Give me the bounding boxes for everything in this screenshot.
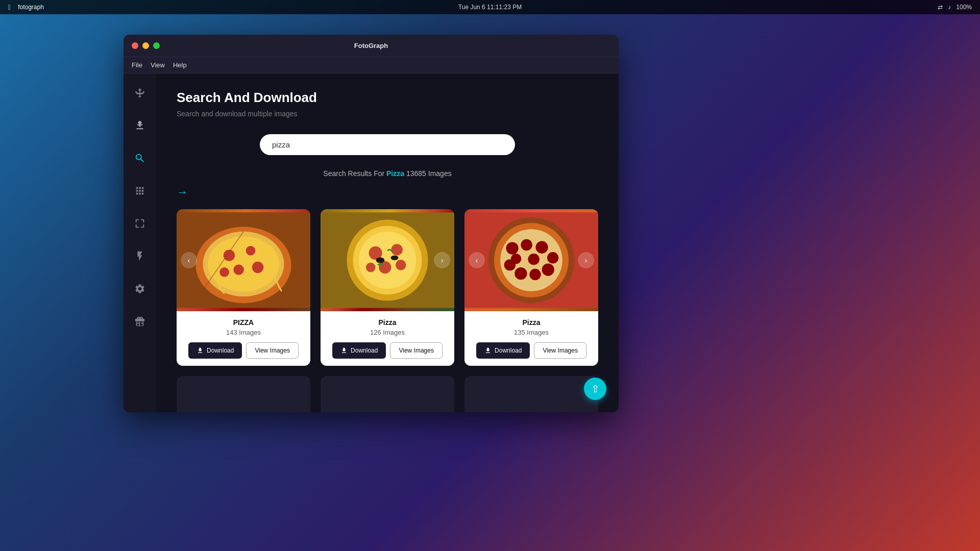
search-results-label: Search Results For Pizza 13685 Images <box>177 169 598 178</box>
view-label-2: View Images <box>543 347 577 354</box>
menu-bar: File View Help <box>124 57 619 73</box>
svg-point-8 <box>219 267 229 277</box>
results-prefix: Search Results For <box>323 169 384 178</box>
view-label-0: View Images <box>255 347 289 354</box>
bottom-card-2 <box>464 376 598 412</box>
svg-point-28 <box>547 252 558 263</box>
card-info-2: Pizza 135 Images Download View Images <box>464 311 598 366</box>
menu-file[interactable]: File <box>132 61 142 69</box>
page-subtitle: Search and download multiple images <box>177 110 598 118</box>
svg-point-33 <box>511 254 522 264</box>
download-button-2[interactable]: Download <box>476 342 530 359</box>
carousel-next-2[interactable]: › <box>578 252 594 268</box>
macos-left:  fotograph <box>8 3 44 11</box>
sidebar-item-gift[interactable] <box>131 312 149 331</box>
sidebar <box>124 73 156 412</box>
sidebar-item-expand[interactable] <box>131 214 149 233</box>
nav-arrow[interactable]: → <box>177 186 598 199</box>
svg-point-31 <box>514 267 527 280</box>
svg-point-13 <box>359 232 416 289</box>
view-label-1: View Images <box>399 347 433 354</box>
macos-topbar:  fotograph Tue Jun 6 11:11:23 PM ⇄ ♪ 10… <box>0 0 980 14</box>
sidebar-item-recycle[interactable] <box>131 84 149 102</box>
image-thumbnail-2: ‹ › <box>464 209 598 311</box>
wifi-icon: ⇄ <box>938 4 943 11</box>
macos-clock: Tue Jun 6 11:11:23 PM <box>458 4 522 11</box>
svg-point-34 <box>528 254 539 265</box>
svg-point-29 <box>542 264 554 276</box>
card-actions-0: Download View Images <box>185 342 302 359</box>
svg-point-19 <box>376 257 385 263</box>
search-wrapper <box>260 134 515 155</box>
sidebar-item-search[interactable] <box>131 149 149 167</box>
scroll-top-button[interactable]: ⇧ <box>584 378 606 400</box>
view-button-2[interactable]: View Images <box>534 342 586 359</box>
image-grid-bottom <box>177 376 598 412</box>
maximize-button[interactable] <box>153 42 160 49</box>
svg-point-30 <box>529 269 541 280</box>
download-label-2: Download <box>495 347 522 354</box>
card-count-2: 135 Images <box>473 329 590 336</box>
carousel-prev-0[interactable]: ‹ <box>181 252 197 268</box>
card-actions-2: Download View Images <box>473 342 590 359</box>
macos-right: ⇄ ♪ 100% <box>938 4 972 11</box>
image-card-1: › Pizza 126 Images Download View Images <box>321 209 454 366</box>
card-info-0: PIZZA 143 Images Download View Images <box>177 311 310 366</box>
carousel-prev-2[interactable]: ‹ <box>469 252 485 268</box>
card-count-0: 143 Images <box>185 329 302 336</box>
download-button-1[interactable]: Download <box>332 342 386 359</box>
card-info-1: Pizza 126 Images Download View Images <box>321 311 454 366</box>
download-button-0[interactable]: Download <box>188 342 242 359</box>
content-area: Search And Download Search and download … <box>156 73 619 412</box>
carousel-next-1[interactable]: › <box>434 252 450 268</box>
svg-point-5 <box>246 246 256 256</box>
image-thumbnail-1: › <box>321 209 454 311</box>
download-label-1: Download <box>351 347 378 354</box>
app-menu-name: fotograph <box>18 4 44 11</box>
svg-point-17 <box>396 260 406 270</box>
volume-icon: ♪ <box>948 4 951 11</box>
svg-point-26 <box>521 239 532 251</box>
sidebar-item-settings[interactable] <box>131 280 149 298</box>
title-bar: FotoGraph <box>124 35 619 57</box>
image-card-0: ‹ <box>177 209 310 366</box>
page-title: Search And Download <box>177 90 598 106</box>
results-count: 13685 Images <box>406 169 452 178</box>
results-keyword: Pizza <box>386 169 406 178</box>
apple-logo:  <box>8 3 11 11</box>
menu-view[interactable]: View <box>151 61 165 69</box>
view-button-1[interactable]: View Images <box>390 342 442 359</box>
traffic-lights <box>132 42 160 49</box>
search-container <box>177 134 598 155</box>
image-card-2: ‹ › Pizza 135 Images Download View <box>464 209 598 366</box>
app-window: FotoGraph File View Help <box>124 35 619 412</box>
svg-point-25 <box>506 242 518 254</box>
download-label-0: Download <box>207 347 234 354</box>
card-count-1: 126 Images <box>329 329 446 336</box>
card-title-1: Pizza <box>329 318 446 327</box>
image-thumbnail-0: ‹ <box>177 209 310 311</box>
menu-help[interactable]: Help <box>173 61 187 69</box>
close-button[interactable] <box>132 42 138 49</box>
image-grid: ‹ <box>177 209 598 366</box>
svg-point-20 <box>391 256 399 260</box>
main-layout: Search And Download Search and download … <box>124 73 619 412</box>
window-title: FotoGraph <box>354 42 388 49</box>
sidebar-item-lightning[interactable] <box>131 247 149 265</box>
card-title-2: Pizza <box>473 318 590 327</box>
sidebar-item-upload[interactable] <box>131 116 149 135</box>
svg-point-27 <box>535 241 548 254</box>
bottom-card-0 <box>177 376 310 412</box>
svg-point-18 <box>366 263 376 272</box>
svg-point-6 <box>233 264 244 275</box>
svg-point-7 <box>252 262 263 273</box>
view-button-0[interactable]: View Images <box>246 342 298 359</box>
bottom-card-1 <box>321 376 454 412</box>
minimize-button[interactable] <box>142 42 149 49</box>
card-title-0: PIZZA <box>185 318 302 327</box>
card-actions-1: Download View Images <box>329 342 446 359</box>
svg-point-15 <box>391 244 402 255</box>
battery-label: 100% <box>956 4 972 11</box>
search-input[interactable] <box>272 140 503 149</box>
sidebar-item-compress[interactable] <box>131 182 149 200</box>
